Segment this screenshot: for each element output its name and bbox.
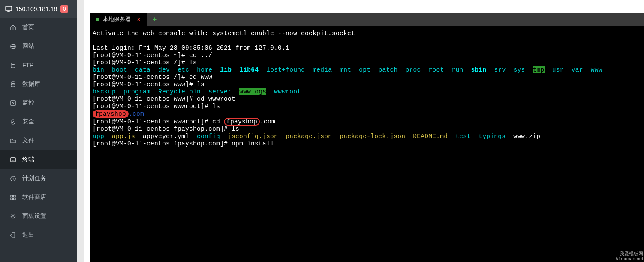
sidebar-item-monitor[interactable]: 监控 xyxy=(0,93,77,112)
svg-rect-13 xyxy=(10,198,12,200)
svg-rect-11 xyxy=(10,195,12,197)
sidebar-nav: 首页 网站 FTP 数据库 监控 安全 文件 终端 计划任务 软件商店 面板设置… xyxy=(0,18,77,244)
sidebar-item-settings[interactable]: 面板设置 xyxy=(0,207,77,226)
globe-icon xyxy=(9,43,16,50)
sidebar-item-db[interactable]: 数据库 xyxy=(0,75,77,93)
status-dot-icon xyxy=(96,18,99,21)
shield-icon xyxy=(9,118,16,125)
svg-rect-12 xyxy=(13,195,15,197)
terminal-tabbar: 本地服务器 X + xyxy=(90,13,644,26)
sidebar-item-logout[interactable]: 退出 xyxy=(0,226,77,244)
sidebar-header: 150.109.181.18 0 xyxy=(0,0,77,18)
chart-icon xyxy=(9,99,16,106)
sidebar-item-site[interactable]: 网站 xyxy=(0,37,77,56)
watermark-line: 51moban.net xyxy=(616,256,643,261)
clock-icon xyxy=(9,175,16,182)
main-area: 本地服务器 X + Activate the web console with:… xyxy=(84,0,644,262)
nav-label: 网站 xyxy=(22,42,34,50)
nav-label: 首页 xyxy=(22,24,34,31)
watermark-line: 我爱模板网 xyxy=(616,251,643,256)
home-icon xyxy=(9,24,16,31)
add-tab-button[interactable]: + xyxy=(147,13,163,26)
gear-icon xyxy=(9,213,16,220)
sidebar-item-files[interactable]: 文件 xyxy=(0,131,77,150)
nav-label: 计划任务 xyxy=(22,175,46,182)
nav-label: 终端 xyxy=(22,156,34,163)
plus-icon: + xyxy=(153,15,157,24)
nav-label: 软件商店 xyxy=(22,193,46,201)
sidebar-item-security[interactable]: 安全 xyxy=(0,112,77,131)
nav-label: 安全 xyxy=(22,118,34,126)
svg-point-6 xyxy=(11,63,15,64)
watermark: 我爱模板网 51moban.net xyxy=(616,251,643,261)
sidebar-item-ftp[interactable]: FTP xyxy=(0,56,77,75)
svg-rect-0 xyxy=(6,6,12,11)
tab-label: 本地服务器 xyxy=(103,15,131,23)
notification-badge[interactable]: 0 xyxy=(60,5,68,13)
server-ip: 150.109.181.18 xyxy=(15,6,57,12)
nav-label: 监控 xyxy=(22,99,34,107)
svg-point-7 xyxy=(11,81,15,83)
sidebar-item-terminal[interactable]: 终端 xyxy=(0,150,77,169)
database-icon xyxy=(9,81,16,87)
nav-label: 数据库 xyxy=(22,80,40,88)
nav-label: FTP xyxy=(22,62,33,69)
nav-label: 退出 xyxy=(22,231,34,239)
folder-icon xyxy=(9,137,16,144)
sidebar-item-cron[interactable]: 计划任务 xyxy=(0,169,77,188)
logout-icon xyxy=(9,232,16,238)
terminal-output[interactable]: Activate the web console with: systemctl… xyxy=(90,26,644,152)
terminal-tab[interactable]: 本地服务器 X xyxy=(90,13,147,26)
terminal-icon xyxy=(9,156,16,163)
svg-rect-14 xyxy=(13,198,15,200)
svg-point-15 xyxy=(12,215,14,217)
sidebar-item-store[interactable]: 软件商店 xyxy=(0,188,77,207)
grid-icon xyxy=(9,194,16,201)
monitor-icon xyxy=(5,6,12,12)
nav-label: 面板设置 xyxy=(22,212,46,220)
ftp-icon xyxy=(9,62,16,69)
nav-label: 文件 xyxy=(22,137,34,145)
close-tab-button[interactable]: X xyxy=(137,16,141,23)
sidebar-item-home[interactable]: 首页 xyxy=(0,18,77,37)
